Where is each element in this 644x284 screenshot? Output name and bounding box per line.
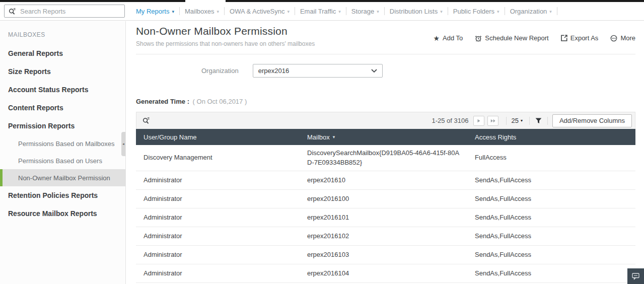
table-cell: Administrator	[136, 192, 300, 206]
search-input[interactable]	[20, 8, 116, 15]
table-cell: DiscoverySearchMailbox{D919BA05-46A6-415…	[300, 147, 467, 170]
alarm-clock-icon	[475, 35, 482, 42]
table-row: Administratorerpex2016100SendAs,FullAcce…	[136, 190, 635, 208]
generated-time: Generated Time : ( On Oct 06,2017 )	[136, 98, 635, 105]
nav-item-email-traffic[interactable]: Email Traffic▾	[295, 2, 346, 20]
search-icon	[9, 8, 16, 15]
filter-funnel-icon	[535, 118, 542, 124]
double-triangle-right-icon	[490, 119, 496, 123]
chevron-down-icon: ▾	[217, 9, 220, 14]
table-row: Administratorerpex201610SendAs,FullAcces…	[136, 171, 635, 190]
table-cell: Administrator	[136, 174, 300, 187]
table-cell: erpex2016102	[300, 230, 467, 243]
page-title: Non-Owner Mailbox Permission	[136, 25, 315, 37]
table-cell: SendAs,FullAccess	[467, 174, 635, 187]
table-row: Administratorerpex2016102SendAs,FullAcce…	[136, 227, 635, 246]
table-cell: SendAs,FullAccess	[467, 248, 635, 262]
header-divider	[136, 54, 635, 54]
more-button[interactable]: More	[610, 34, 635, 42]
main-content: Non-Owner Mailbox Permission Shows the p…	[126, 21, 644, 284]
add-to-button[interactable]: ★ Add To	[433, 34, 463, 42]
table-cell: SendAs,FullAccess	[467, 230, 635, 243]
triangle-right-icon	[477, 119, 481, 123]
toolbar-separator	[529, 117, 530, 125]
sidebar-item-resource-mailbox-reports[interactable]: Resource Mailbox Reports	[0, 204, 125, 223]
organization-value: erpex2016	[258, 67, 289, 75]
more-icon	[610, 35, 617, 42]
chevron-down-icon: ▾	[440, 9, 443, 14]
nav-item-public-folders[interactable]: Public Folders▾	[448, 2, 505, 20]
chevron-down-icon: ▾	[377, 9, 379, 14]
generated-time-label: Generated Time :	[136, 98, 189, 105]
sidebar-item-retention-policies-reports[interactable]: Retention Policies Reports	[0, 186, 125, 204]
chat-button[interactable]	[627, 268, 644, 284]
sidebar-item-non-owner-mailbox-permission[interactable]: Non-Owner Mailbox Permission	[0, 169, 125, 186]
schedule-new-report-button[interactable]: Schedule New Report	[475, 34, 548, 42]
chevron-down-icon	[371, 69, 377, 73]
table-search-icon[interactable]	[142, 117, 150, 124]
export-as-button[interactable]: Export As	[561, 34, 599, 42]
nav-item-organization[interactable]: Organization▾	[505, 2, 557, 20]
table-cell: Discovery Management	[136, 151, 300, 165]
sidebar-item-permission-reports[interactable]: Permission Reports	[0, 117, 125, 135]
chevron-down-icon: ▾	[497, 9, 499, 14]
table-cell: Administrator	[136, 211, 300, 225]
speech-bubble-icon	[631, 272, 640, 280]
nav-item-distribution-lists[interactable]: Distribution Lists▾	[385, 2, 448, 20]
last-page-button[interactable]	[487, 116, 498, 126]
table-row: Administratorerpex2016101SendAs,FullAcce…	[136, 208, 635, 227]
toolbar-separator	[547, 117, 548, 125]
table-toolbar: 1-25 of 3106 25 ▾	[136, 112, 635, 129]
chevron-down-icon: ▾	[338, 9, 341, 14]
sidebar-item-permissions-based-on-users[interactable]: Permissions Based on Users	[0, 152, 125, 169]
table-cell: erpex201610	[300, 174, 467, 187]
sidebar-item-content-reports[interactable]: Content Reports	[0, 99, 125, 117]
sidebar-collapse-handle[interactable]: ◂	[121, 132, 125, 156]
page-size-dropdown[interactable]: 25 ▾	[511, 117, 522, 124]
report-actions: ★ Add To Schedule New Report	[421, 34, 635, 42]
main-nav: My Reports▾Mailboxes▾OWA & ActiveSync▾Em…	[131, 2, 557, 20]
nav-item-owa-activesync[interactable]: OWA & ActiveSync▾	[225, 2, 295, 20]
chevron-down-icon: ▾	[549, 9, 552, 14]
table-row: Administratorerpex2016104SendAs,FullAcce…	[136, 264, 635, 283]
column-header-mailbox[interactable]: Mailbox ▾	[300, 133, 467, 141]
report-search-box[interactable]	[4, 5, 125, 18]
chevron-down-icon: ▾	[287, 9, 290, 14]
table-header-row: User/Group Name Mailbox ▾ Access Rights	[136, 129, 635, 145]
generated-time-value: ( On Oct 06,2017 )	[193, 98, 247, 105]
sidebar-item-general-reports[interactable]: General Reports	[0, 44, 125, 62]
next-page-button[interactable]	[473, 116, 484, 126]
sidebar-list: General ReportsSize ReportsAccount Statu…	[0, 44, 125, 223]
filter-button[interactable]	[534, 118, 543, 124]
table-body: Discovery ManagementDiscoverySearchMailb…	[136, 145, 635, 283]
table-cell: SendAs,FullAccess	[467, 211, 635, 225]
sidebar-section-title: MAILBOXES	[0, 21, 125, 40]
export-icon	[561, 35, 567, 41]
page-subtitle: Shows the permissions that non-owners ha…	[136, 40, 315, 47]
table-cell: SendAs,FullAccess	[467, 267, 635, 280]
table-cell: erpex2016100	[300, 192, 467, 206]
column-header-user-group-name[interactable]: User/Group Name	[136, 133, 300, 141]
report-table: 1-25 of 3106 25 ▾	[136, 112, 635, 283]
table-cell: erpex2016101	[300, 211, 467, 225]
sidebar-item-permissions-based-on-mailboxes[interactable]: Permissions Based on Mailboxes	[0, 135, 125, 152]
nav-item-my-reports[interactable]: My Reports▾	[131, 2, 179, 20]
nav-item-storage[interactable]: Storage▾	[346, 2, 384, 20]
sidebar-item-account-status-reports[interactable]: Account Status Reports	[0, 81, 125, 99]
sidebar: MAILBOXES General ReportsSize ReportsAcc…	[0, 21, 126, 284]
sidebar-item-size-reports[interactable]: Size Reports	[0, 62, 125, 81]
table-cell: Administrator	[136, 267, 300, 280]
table-cell: FullAccess	[467, 151, 635, 165]
organization-select[interactable]: erpex2016	[253, 64, 383, 78]
table-cell: Administrator	[136, 248, 300, 262]
add-remove-columns-button[interactable]: Add/Remove Columns	[552, 114, 632, 127]
pagination-range: 1-25 of 3106	[432, 117, 468, 124]
nav-item-mailboxes[interactable]: Mailboxes▾	[180, 2, 224, 20]
chevron-down-icon: ▾	[521, 118, 523, 123]
column-header-access-rights[interactable]: Access Rights	[467, 133, 635, 141]
app-header: My Reports▾Mailboxes▾OWA & ActiveSync▾Em…	[0, 2, 644, 21]
sort-arrow-icon: ▾	[333, 134, 335, 139]
nav-separator	[557, 7, 557, 15]
table-row: Discovery ManagementDiscoverySearchMailb…	[136, 145, 635, 171]
table-cell: erpex2016104	[300, 267, 467, 280]
